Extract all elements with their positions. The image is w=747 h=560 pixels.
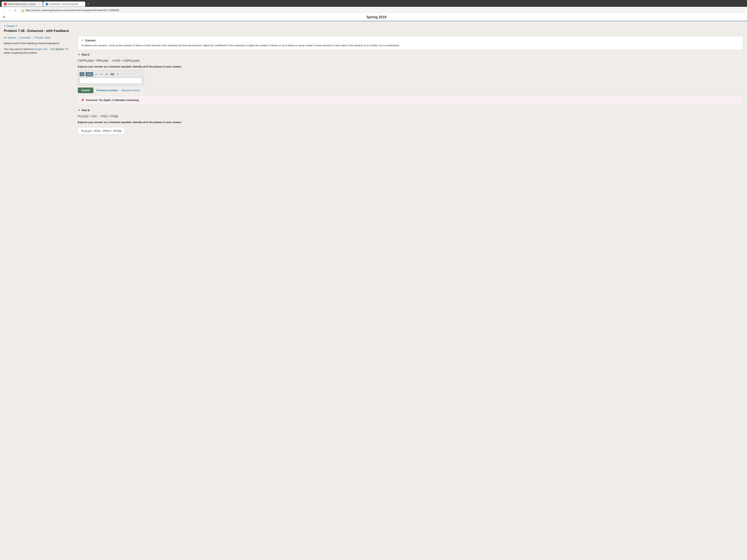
back-button[interactable]: ← [2, 8, 6, 12]
url-box[interactable]: 🔒 https://session.masteringchemistry.com… [19, 8, 745, 12]
page-ref-link[interactable]: Pages 226 - 233 [35, 48, 54, 51]
part-c-header[interactable]: ▼ Part C [78, 53, 743, 56]
submit-button[interactable]: Submit [78, 87, 93, 93]
constants-link[interactable]: Constants [20, 36, 31, 39]
periodic-table-link[interactable]: Periodic Table [35, 36, 50, 39]
incorrect-banner: ✗ Incorrect; Try Again; 3 attempts remai… [78, 96, 743, 105]
site-title: Spring 2019 [9, 15, 744, 19]
part-d-express-text: Express your answer as a chemical equati… [78, 121, 743, 124]
undo-button[interactable]: ↩ [94, 72, 98, 76]
correct-banner: ✓ Correct To balance this equation, coun… [78, 36, 743, 50]
part-c-section: ▼ Part C Ca(OH)2(aq) + HNO3(aq) → H2O(l)… [78, 53, 743, 105]
part-d-answer-display: Fe2O3(s) + 3C(s)→2Fe(s) + 3CO(g) [78, 127, 125, 135]
tab-title-1: MasteringChemistry: Chapter ... [8, 3, 38, 5]
resources-bar: ▪▪ Review | Constants | Periodic Table [4, 36, 74, 39]
forward-button[interactable]: → [8, 8, 12, 12]
sep1: | [17, 36, 18, 39]
hamburger-menu[interactable]: ≡ [3, 15, 5, 19]
sep2: | [32, 36, 33, 39]
part-c-arrow: ▼ [78, 53, 80, 56]
correct-header: ✓ Correct [81, 38, 740, 42]
submit-row: Submit Previous Answers Request Answer [78, 87, 743, 93]
chem-input-field[interactable] [80, 78, 142, 84]
previous-answers-link[interactable]: Previous Answers [97, 89, 118, 92]
problem-title: Problem 7.38 - Enhanced - with Feedback [4, 29, 743, 33]
tab-favicon-2 [46, 3, 48, 5]
menu-bar: ≡ Spring 2019 [0, 14, 747, 21]
template-icon: ⊟ [81, 73, 83, 76]
tab-mastering-chemistry[interactable]: MasteringChemistry: Chapter ... × [2, 2, 43, 7]
part-d-arrow: ▼ [78, 109, 80, 112]
part-d-header[interactable]: ▼ Part D [78, 109, 743, 112]
keyboard-button[interactable]: ⌨ [109, 72, 115, 76]
tab-bar: MasteringChemistry: Chapter ... × Introd… [0, 0, 747, 7]
page-content: < Chapter 7 Problem 7.38 - Enhanced - wi… [0, 21, 747, 560]
reload-button[interactable]: C [14, 8, 17, 12]
right-panel: ✓ Correct To balance this equation, coun… [78, 36, 743, 139]
help-button[interactable]: ? [116, 72, 119, 76]
url-text: https://session.masteringchemistry.com/m… [25, 9, 119, 12]
left-text-2: You may want to reference (Pages 226 - 2… [4, 47, 74, 55]
review-link[interactable]: Review [7, 36, 16, 39]
address-bar: ← → C 🔒 https://session.masteringchemist… [0, 7, 747, 14]
correct-label: Correct [85, 39, 96, 42]
symbol-button[interactable]: ΑΣφ [85, 72, 93, 76]
tab-introduction-chemical[interactable]: Introduction: Chemical Quantit ... × [43, 2, 85, 7]
tab-close-2[interactable]: × [82, 3, 83, 5]
left-text-1: Balance each of the following chemical e… [4, 42, 74, 45]
reset-button[interactable]: ↺ [104, 72, 108, 76]
tab-close-1[interactable]: × [39, 3, 40, 5]
lock-icon: 🔒 [22, 9, 24, 12]
chapter-link[interactable]: < Chapter 7 [4, 25, 17, 27]
tab-favicon-1 [4, 3, 7, 5]
browser-chrome: MasteringChemistry: Chapter ... × Introd… [0, 0, 747, 14]
tab-title-2: Introduction: Chemical Quantit ... [49, 3, 80, 5]
redo-button[interactable]: ↪ [99, 72, 103, 76]
check-icon: ✓ [81, 38, 84, 42]
request-answer-link[interactable]: Request Answer [121, 89, 140, 92]
new-tab-button[interactable]: + [85, 1, 91, 7]
part-c-label: Part C [82, 53, 90, 56]
part-d-label: Part D [82, 109, 90, 112]
x-icon: ✗ [81, 98, 84, 102]
part-d-equation: Fe2O3(s) + C(s) → Fe(s) + CO(g) [78, 114, 743, 119]
incorrect-text: Incorrect; Try Again; 3 attempts remaini… [86, 99, 139, 102]
chem-input-container: ⊟ ΑΣφ ↩ ↪ ↺ ⌨ ? [78, 71, 144, 85]
part-d-section: ▼ Part D Fe2O3(s) + C(s) → Fe(s) + CO(g)… [78, 109, 743, 135]
part-c-equation: Ca(OH)2(aq) + HNO3(aq) → H2O(l) + Ca(NO3… [78, 58, 743, 63]
part-c-express-text: Express your answer as a chemical equati… [78, 65, 743, 69]
chem-toolbar: ⊟ ΑΣφ ↩ ↪ ↺ ⌨ ? [80, 72, 142, 76]
correct-text: To balance this equation, count up the n… [81, 44, 740, 48]
template-button[interactable]: ⊟ [80, 72, 84, 76]
two-column-layout: ▪▪ Review | Constants | Periodic Table B… [4, 36, 743, 139]
book-icon: ▪▪ [4, 36, 6, 39]
left-panel: ▪▪ Review | Constants | Periodic Table B… [4, 36, 78, 57]
